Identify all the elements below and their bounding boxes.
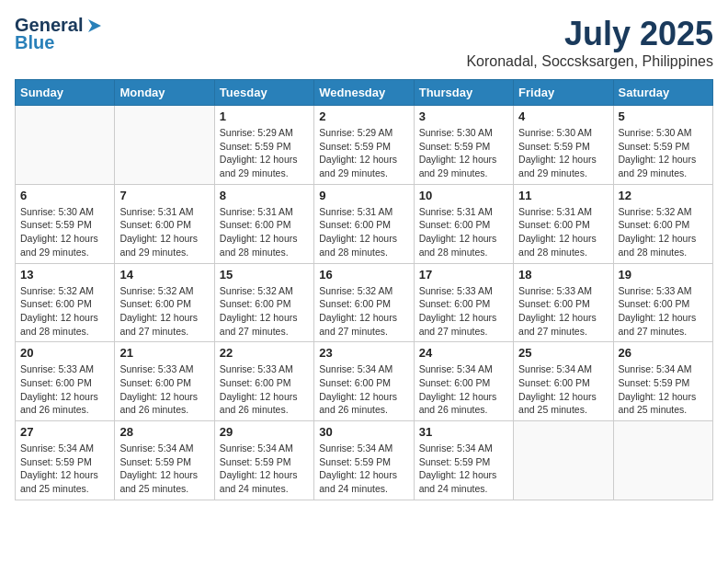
- day-number: 11: [518, 189, 608, 202]
- day-info: Sunrise: 5:33 AM Sunset: 6:00 PM Dayligh…: [619, 284, 708, 339]
- calendar-day-cell: 31Sunrise: 5:34 AM Sunset: 5:59 PM Dayli…: [414, 421, 513, 500]
- day-number: 5: [619, 109, 708, 123]
- page-header: General Blue July 2025 Koronadal, Soccsk…: [15, 15, 713, 70]
- day-number: 24: [419, 346, 508, 360]
- calendar-day-cell: [115, 106, 214, 185]
- calendar-day-cell: 14Sunrise: 5:32 AM Sunset: 6:00 PM Dayli…: [115, 263, 214, 342]
- calendar-header-saturday: Saturday: [613, 80, 712, 106]
- calendar-week-row: 27Sunrise: 5:34 AM Sunset: 5:59 PM Dayli…: [16, 421, 713, 500]
- day-info: Sunrise: 5:33 AM Sunset: 6:00 PM Dayligh…: [419, 284, 508, 339]
- calendar-header-wednesday: Wednesday: [314, 80, 414, 106]
- calendar-header-sunday: Sunday: [16, 80, 115, 106]
- calendar-table: SundayMondayTuesdayWednesdayThursdayFrid…: [15, 79, 713, 500]
- logo-arrow-icon: [85, 16, 105, 36]
- calendar-day-cell: 5Sunrise: 5:30 AM Sunset: 5:59 PM Daylig…: [613, 106, 712, 185]
- day-info: Sunrise: 5:30 AM Sunset: 5:59 PM Dayligh…: [619, 126, 708, 180]
- day-info: Sunrise: 5:34 AM Sunset: 6:00 PM Dayligh…: [518, 362, 608, 417]
- day-number: 1: [220, 109, 309, 123]
- calendar-week-row: 1Sunrise: 5:29 AM Sunset: 5:59 PM Daylig…: [16, 106, 713, 185]
- calendar-day-cell: 2Sunrise: 5:29 AM Sunset: 5:59 PM Daylig…: [314, 106, 414, 185]
- day-info: Sunrise: 5:33 AM Sunset: 6:00 PM Dayligh…: [518, 284, 608, 339]
- day-number: 3: [419, 109, 508, 123]
- day-info: Sunrise: 5:31 AM Sunset: 6:00 PM Dayligh…: [518, 205, 608, 259]
- day-number: 14: [119, 268, 209, 282]
- day-info: Sunrise: 5:32 AM Sunset: 6:00 PM Dayligh…: [319, 284, 408, 339]
- day-number: 16: [319, 268, 408, 282]
- day-info: Sunrise: 5:33 AM Sunset: 6:00 PM Dayligh…: [119, 362, 209, 417]
- calendar-day-cell: 25Sunrise: 5:34 AM Sunset: 6:00 PM Dayli…: [514, 342, 613, 421]
- day-info: Sunrise: 5:33 AM Sunset: 6:00 PM Dayligh…: [220, 362, 309, 417]
- calendar-day-cell: 11Sunrise: 5:31 AM Sunset: 6:00 PM Dayli…: [514, 184, 613, 263]
- day-info: Sunrise: 5:31 AM Sunset: 6:00 PM Dayligh…: [319, 205, 408, 259]
- calendar-day-cell: 28Sunrise: 5:34 AM Sunset: 5:59 PM Dayli…: [115, 421, 214, 500]
- calendar-day-cell: [514, 421, 613, 500]
- day-number: 31: [419, 425, 508, 439]
- day-number: 17: [419, 268, 508, 282]
- day-info: Sunrise: 5:30 AM Sunset: 5:59 PM Dayligh…: [518, 126, 608, 180]
- logo: General Blue: [15, 15, 105, 53]
- day-number: 23: [319, 346, 408, 360]
- day-info: Sunrise: 5:34 AM Sunset: 5:59 PM Dayligh…: [419, 442, 508, 496]
- svg-marker-0: [88, 19, 101, 32]
- calendar-day-cell: 16Sunrise: 5:32 AM Sunset: 6:00 PM Dayli…: [314, 263, 414, 342]
- day-number: 22: [220, 346, 309, 360]
- calendar-day-cell: 12Sunrise: 5:32 AM Sunset: 6:00 PM Dayli…: [613, 184, 712, 263]
- calendar-day-cell: 19Sunrise: 5:33 AM Sunset: 6:00 PM Dayli…: [613, 263, 712, 342]
- day-info: Sunrise: 5:32 AM Sunset: 6:00 PM Dayligh…: [119, 284, 209, 339]
- calendar-day-cell: 21Sunrise: 5:33 AM Sunset: 6:00 PM Dayli…: [115, 342, 214, 421]
- calendar-day-cell: 15Sunrise: 5:32 AM Sunset: 6:00 PM Dayli…: [214, 263, 313, 342]
- day-info: Sunrise: 5:34 AM Sunset: 5:59 PM Dayligh…: [319, 442, 408, 496]
- day-info: Sunrise: 5:30 AM Sunset: 5:59 PM Dayligh…: [20, 205, 109, 259]
- calendar-header-tuesday: Tuesday: [214, 80, 313, 106]
- calendar-day-cell: [16, 106, 115, 185]
- calendar-week-row: 20Sunrise: 5:33 AM Sunset: 6:00 PM Dayli…: [16, 342, 713, 421]
- day-info: Sunrise: 5:32 AM Sunset: 6:00 PM Dayligh…: [619, 205, 708, 259]
- calendar-header-row: SundayMondayTuesdayWednesdayThursdayFrid…: [16, 80, 713, 106]
- logo-blue-text: Blue: [15, 32, 54, 53]
- day-number: 30: [319, 425, 408, 439]
- calendar-day-cell: [613, 421, 712, 500]
- location-subtitle: Koronadal, Soccsksargen, Philippines: [466, 53, 713, 70]
- day-number: 8: [220, 189, 309, 202]
- day-info: Sunrise: 5:34 AM Sunset: 5:59 PM Dayligh…: [220, 442, 309, 496]
- day-number: 10: [419, 189, 508, 202]
- day-info: Sunrise: 5:29 AM Sunset: 5:59 PM Dayligh…: [220, 126, 309, 180]
- day-number: 7: [119, 189, 209, 202]
- day-number: 19: [619, 268, 708, 282]
- day-number: 2: [319, 109, 408, 123]
- calendar-week-row: 6Sunrise: 5:30 AM Sunset: 5:59 PM Daylig…: [16, 184, 713, 263]
- day-info: Sunrise: 5:30 AM Sunset: 5:59 PM Dayligh…: [419, 126, 508, 180]
- calendar-day-cell: 29Sunrise: 5:34 AM Sunset: 5:59 PM Dayli…: [214, 421, 313, 500]
- day-number: 9: [319, 189, 408, 202]
- calendar-header-thursday: Thursday: [414, 80, 513, 106]
- day-number: 27: [20, 425, 109, 439]
- calendar-day-cell: 30Sunrise: 5:34 AM Sunset: 5:59 PM Dayli…: [314, 421, 414, 500]
- calendar-day-cell: 13Sunrise: 5:32 AM Sunset: 6:00 PM Dayli…: [16, 263, 115, 342]
- calendar-day-cell: 10Sunrise: 5:31 AM Sunset: 6:00 PM Dayli…: [414, 184, 513, 263]
- calendar-header-friday: Friday: [514, 80, 613, 106]
- day-number: 20: [20, 346, 109, 360]
- calendar-day-cell: 8Sunrise: 5:31 AM Sunset: 6:00 PM Daylig…: [214, 184, 313, 263]
- calendar-day-cell: 3Sunrise: 5:30 AM Sunset: 5:59 PM Daylig…: [414, 106, 513, 185]
- calendar-day-cell: 1Sunrise: 5:29 AM Sunset: 5:59 PM Daylig…: [214, 106, 313, 185]
- day-number: 21: [119, 346, 209, 360]
- day-number: 15: [220, 268, 309, 282]
- calendar-day-cell: 20Sunrise: 5:33 AM Sunset: 6:00 PM Dayli…: [16, 342, 115, 421]
- day-number: 13: [20, 268, 109, 282]
- calendar-day-cell: 23Sunrise: 5:34 AM Sunset: 6:00 PM Dayli…: [314, 342, 414, 421]
- day-number: 6: [20, 189, 109, 202]
- calendar-day-cell: 24Sunrise: 5:34 AM Sunset: 6:00 PM Dayli…: [414, 342, 513, 421]
- day-info: Sunrise: 5:34 AM Sunset: 6:00 PM Dayligh…: [319, 362, 408, 417]
- calendar-day-cell: 4Sunrise: 5:30 AM Sunset: 5:59 PM Daylig…: [514, 106, 613, 185]
- day-info: Sunrise: 5:34 AM Sunset: 5:59 PM Dayligh…: [20, 442, 109, 496]
- calendar-day-cell: 7Sunrise: 5:31 AM Sunset: 6:00 PM Daylig…: [115, 184, 214, 263]
- day-info: Sunrise: 5:34 AM Sunset: 6:00 PM Dayligh…: [419, 362, 508, 417]
- day-info: Sunrise: 5:29 AM Sunset: 5:59 PM Dayligh…: [319, 126, 408, 180]
- calendar-week-row: 13Sunrise: 5:32 AM Sunset: 6:00 PM Dayli…: [16, 263, 713, 342]
- day-number: 4: [518, 109, 608, 123]
- day-info: Sunrise: 5:33 AM Sunset: 6:00 PM Dayligh…: [20, 362, 109, 417]
- day-number: 29: [220, 425, 309, 439]
- month-year-title: July 2025: [466, 15, 713, 53]
- day-info: Sunrise: 5:34 AM Sunset: 5:59 PM Dayligh…: [119, 442, 209, 496]
- calendar-day-cell: 9Sunrise: 5:31 AM Sunset: 6:00 PM Daylig…: [314, 184, 414, 263]
